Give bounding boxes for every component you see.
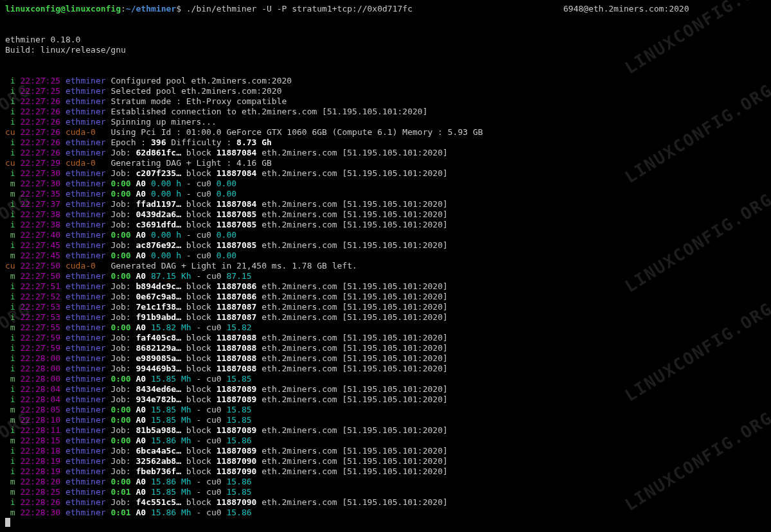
log-text: 15.86 <box>226 436 251 445</box>
prompt-path: ~/ethminer <box>126 4 176 13</box>
log-text: 15.86 <box>226 477 251 486</box>
log-text: - cu0 <box>191 508 227 517</box>
log-timestamp: 22:27:35 <box>20 189 60 199</box>
log-line: i 22:28:26 ethminer Job: f4c551c5… block… <box>5 497 766 508</box>
space <box>60 137 66 147</box>
log-line: i 22:27:26 ethminer Spinning up miners..… <box>5 117 766 127</box>
log-component: ethminer <box>66 240 106 250</box>
log-tag: i <box>5 137 15 147</box>
log-component: ethminer <box>66 343 106 353</box>
log-tag: i <box>5 456 15 466</box>
log-text: Job: <box>111 446 136 456</box>
log-text: 15.85 <box>226 405 251 414</box>
log-timestamp: 22:27:38 <box>20 220 60 229</box>
log-text: Difficulty : <box>166 137 237 147</box>
space <box>60 281 66 291</box>
log-text: 0:00 <box>111 374 130 384</box>
log-text: Selected pool eth.2miners.com:2020 <box>111 86 281 96</box>
log-text: 15.86 Mh <box>151 508 191 517</box>
log-timestamp: 22:27:45 <box>20 251 60 260</box>
space <box>60 251 66 260</box>
log-timestamp: 22:27:30 <box>20 168 60 178</box>
log-component: ethminer <box>66 199 106 209</box>
log-text: block <box>181 292 217 301</box>
log-text: A0 <box>136 477 146 486</box>
log-timestamp: 22:28:20 <box>20 477 60 486</box>
log-line: cu 22:27:29 cuda-0 Generating DAG + Ligh… <box>5 158 766 168</box>
log-text: eth.2miners.com [51.195.105.101:2020] <box>256 281 447 291</box>
log-tag: m <box>5 271 15 281</box>
log-line: i 22:27:59 ethminer Job: faf405c8… block… <box>5 333 766 343</box>
space <box>60 230 66 240</box>
log-text: 0:00 <box>111 271 130 281</box>
log-text: block <box>181 220 217 229</box>
log-component: ethminer <box>66 86 106 96</box>
log-text: 0:00 <box>111 477 130 486</box>
space <box>60 312 66 322</box>
log-text: 0.00 h <box>151 179 181 188</box>
log-timestamp: 22:27:26 <box>20 127 60 137</box>
log-text: block <box>181 384 217 394</box>
log-text: Job: <box>111 466 136 476</box>
log-tag: m <box>5 179 15 188</box>
space <box>60 364 66 373</box>
log-timestamp: 22:27:50 <box>20 271 60 281</box>
log-text: block <box>181 312 217 322</box>
log-text: A0 <box>136 251 146 260</box>
space <box>60 240 66 250</box>
log-text <box>131 436 136 445</box>
log-line: i 22:27:25 ethminer Configured pool eth.… <box>5 76 766 86</box>
log-tag: cu <box>5 127 15 137</box>
log-text: 15.86 <box>226 508 251 517</box>
log-timestamp: 22:28:00 <box>20 374 60 384</box>
space <box>60 117 66 127</box>
log-tag: i <box>5 209 15 219</box>
log-text: eth.2miners.com [51.195.105.101:2020] <box>256 302 447 312</box>
log-text <box>131 179 136 188</box>
log-text <box>131 487 136 497</box>
log-tag: i <box>5 292 15 301</box>
log-text: eth.2miners.com [51.195.105.101:2020] <box>256 456 447 466</box>
log-tag: i <box>5 384 15 394</box>
space <box>60 508 66 517</box>
log-line: i 22:27:45 ethminer Job: ac876e92… block… <box>5 240 766 251</box>
log-tag: m <box>5 323 15 332</box>
log-text: 11887089 <box>217 395 257 404</box>
log-component: ethminer <box>66 395 106 404</box>
log-text: 0.00 h <box>151 230 181 240</box>
log-text: eth.2miners.com [51.195.105.101:2020] <box>256 168 447 178</box>
log-text: 11887089 <box>217 384 257 394</box>
log-text: Job: <box>111 168 136 178</box>
log-component: ethminer <box>66 364 106 373</box>
space <box>60 466 66 476</box>
log-line: m 22:28:15 ethminer 0:00 A0 15.86 Mh - c… <box>5 436 766 446</box>
log-text: Job: <box>111 343 136 353</box>
log-text: Job: <box>111 148 136 157</box>
log-text: 0.00 h <box>151 189 181 199</box>
log-text: Job: <box>111 395 136 404</box>
log-text: - cu0 <box>191 436 227 445</box>
log-component: ethminer <box>66 76 106 85</box>
log-text: b894dc9c… <box>136 281 181 291</box>
log-text: 8.73 Gh <box>236 137 272 147</box>
log-text: Job: <box>111 292 136 301</box>
log-text: - cu0 <box>181 230 217 240</box>
log-line: i 22:28:00 ethminer Job: 994469b3… block… <box>5 364 766 374</box>
log-timestamp: 22:27:38 <box>20 209 60 219</box>
log-line: i 22:27:26 ethminer Established connecti… <box>5 107 766 117</box>
log-text <box>146 436 151 445</box>
space <box>60 446 66 456</box>
shell-prompt[interactable]: linuxconfig@linuxconfig:~/ethminer$ ./bi… <box>5 4 766 14</box>
log-text: 6bca4a5c… <box>136 446 181 456</box>
log-text <box>146 508 151 517</box>
log-text: - cu0 <box>181 189 217 199</box>
log-component: cuda-0 <box>66 127 106 137</box>
log-component: ethminer <box>66 456 106 466</box>
log-text: A0 <box>136 487 146 497</box>
log-text: Generated DAG + Light in 21,450 ms. 1.78… <box>111 261 357 270</box>
log-text: 15.85 Mh <box>151 415 191 425</box>
app-build: Build: linux/release/gnu <box>5 45 766 55</box>
log-text <box>131 415 136 425</box>
cursor-line[interactable] <box>5 518 766 529</box>
log-text: - cu0 <box>181 251 217 260</box>
